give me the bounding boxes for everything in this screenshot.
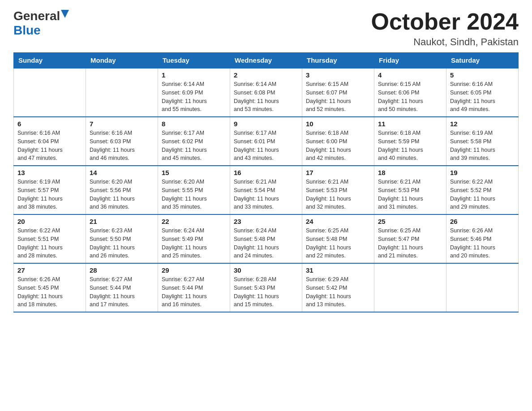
day-info: Sunrise: 6:28 AMSunset: 5:43 PMDaylight:… (234, 275, 298, 309)
weekday-header-saturday: Saturday (446, 53, 519, 68)
calendar-table: SundayMondayTuesdayWednesdayThursdayFrid… (13, 52, 519, 313)
day-info: Sunrise: 6:20 AMSunset: 5:56 PMDaylight:… (90, 178, 154, 211)
day-info: Sunrise: 6:18 AMSunset: 5:59 PMDaylight:… (378, 129, 442, 163)
title-section: October 2024 Naukot, Sindh, Pakistan (371, 9, 519, 48)
day-info: Sunrise: 6:16 AMSunset: 6:05 PMDaylight:… (450, 80, 515, 114)
day-info: Sunrise: 6:15 AMSunset: 6:07 PMDaylight:… (306, 80, 370, 114)
month-title: October 2024 (371, 9, 519, 34)
day-info: Sunrise: 6:22 AMSunset: 5:51 PMDaylight:… (17, 227, 82, 260)
page-header: General Blue October 2024 Naukot, Sindh,… (13, 9, 519, 48)
weekday-header-sunday: Sunday (14, 53, 86, 68)
calendar-cell: 5Sunrise: 6:16 AMSunset: 6:05 PMDaylight… (446, 68, 519, 117)
calendar-header-row: SundayMondayTuesdayWednesdayThursdayFrid… (14, 53, 519, 68)
day-number: 10 (306, 120, 370, 128)
calendar-cell: 27Sunrise: 6:26 AMSunset: 5:45 PMDayligh… (14, 263, 86, 312)
weekday-header-monday: Monday (86, 53, 158, 68)
day-number: 21 (90, 218, 154, 225)
calendar-cell: 20Sunrise: 6:22 AMSunset: 5:51 PMDayligh… (14, 214, 86, 263)
weekday-header-thursday: Thursday (302, 53, 374, 68)
day-number: 20 (17, 218, 82, 225)
day-number: 26 (450, 218, 515, 225)
day-info: Sunrise: 6:25 AMSunset: 5:48 PMDaylight:… (306, 227, 370, 260)
day-info: Sunrise: 6:29 AMSunset: 5:42 PMDaylight:… (306, 275, 370, 309)
day-info: Sunrise: 6:15 AMSunset: 6:06 PMDaylight:… (378, 80, 442, 114)
calendar-cell: 10Sunrise: 6:18 AMSunset: 6:00 PMDayligh… (302, 117, 374, 166)
calendar-cell: 14Sunrise: 6:20 AMSunset: 5:56 PMDayligh… (86, 166, 158, 214)
day-number: 18 (378, 169, 442, 176)
day-info: Sunrise: 6:27 AMSunset: 5:44 PMDaylight:… (90, 275, 154, 309)
calendar-week-row: 20Sunrise: 6:22 AMSunset: 5:51 PMDayligh… (14, 214, 519, 263)
day-number: 28 (90, 266, 154, 274)
logo-blue-text: Blue (13, 23, 41, 38)
day-info: Sunrise: 6:24 AMSunset: 5:49 PMDaylight:… (162, 227, 226, 260)
logo-arrow-icon (61, 10, 69, 21)
day-number: 6 (17, 120, 82, 128)
day-number: 7 (90, 120, 154, 128)
calendar-cell: 13Sunrise: 6:19 AMSunset: 5:57 PMDayligh… (14, 166, 86, 214)
calendar-cell: 8Sunrise: 6:17 AMSunset: 6:02 PMDaylight… (158, 117, 230, 166)
day-number: 23 (234, 218, 298, 225)
calendar-cell: 3Sunrise: 6:15 AMSunset: 6:07 PMDaylight… (302, 68, 374, 117)
day-info: Sunrise: 6:23 AMSunset: 5:50 PMDaylight:… (90, 227, 154, 260)
calendar-cell: 31Sunrise: 6:29 AMSunset: 5:42 PMDayligh… (302, 263, 374, 312)
calendar-cell: 26Sunrise: 6:26 AMSunset: 5:46 PMDayligh… (446, 214, 519, 263)
day-number: 15 (162, 169, 226, 176)
calendar-week-row: 6Sunrise: 6:16 AMSunset: 6:04 PMDaylight… (14, 117, 519, 166)
day-number: 9 (234, 120, 298, 128)
calendar-cell: 1Sunrise: 6:14 AMSunset: 6:09 PMDaylight… (158, 68, 230, 117)
day-number: 4 (378, 71, 442, 79)
logo-general-text: General (13, 9, 60, 23)
calendar-cell (446, 263, 519, 312)
calendar-cell (14, 68, 86, 117)
day-info: Sunrise: 6:20 AMSunset: 5:55 PMDaylight:… (162, 178, 226, 211)
day-number: 29 (162, 266, 226, 274)
calendar-cell: 12Sunrise: 6:19 AMSunset: 5:58 PMDayligh… (446, 117, 519, 166)
weekday-header-tuesday: Tuesday (158, 53, 230, 68)
calendar-cell: 2Sunrise: 6:14 AMSunset: 6:08 PMDaylight… (230, 68, 302, 117)
location-text: Naukot, Sindh, Pakistan (371, 36, 519, 48)
calendar-cell: 16Sunrise: 6:21 AMSunset: 5:54 PMDayligh… (230, 166, 302, 214)
day-number: 27 (17, 266, 82, 274)
day-info: Sunrise: 6:14 AMSunset: 6:08 PMDaylight:… (234, 80, 298, 114)
calendar-cell: 15Sunrise: 6:20 AMSunset: 5:55 PMDayligh… (158, 166, 230, 214)
day-info: Sunrise: 6:16 AMSunset: 6:04 PMDaylight:… (17, 129, 82, 163)
day-number: 14 (90, 169, 154, 176)
day-number: 11 (378, 120, 442, 128)
calendar-cell: 4Sunrise: 6:15 AMSunset: 6:06 PMDaylight… (374, 68, 446, 117)
day-info: Sunrise: 6:18 AMSunset: 6:00 PMDaylight:… (306, 129, 370, 163)
weekday-header-wednesday: Wednesday (230, 53, 302, 68)
calendar-cell: 29Sunrise: 6:27 AMSunset: 5:44 PMDayligh… (158, 263, 230, 312)
logo: General Blue (13, 9, 69, 38)
day-number: 3 (306, 71, 370, 79)
day-info: Sunrise: 6:27 AMSunset: 5:44 PMDaylight:… (162, 275, 226, 309)
calendar-week-row: 27Sunrise: 6:26 AMSunset: 5:45 PMDayligh… (14, 263, 519, 312)
day-info: Sunrise: 6:14 AMSunset: 6:09 PMDaylight:… (162, 80, 226, 114)
day-info: Sunrise: 6:21 AMSunset: 5:54 PMDaylight:… (234, 178, 298, 211)
day-info: Sunrise: 6:19 AMSunset: 5:58 PMDaylight:… (450, 129, 515, 163)
day-number: 31 (306, 266, 370, 274)
day-info: Sunrise: 6:19 AMSunset: 5:57 PMDaylight:… (17, 178, 82, 211)
day-number: 8 (162, 120, 226, 128)
calendar-cell: 18Sunrise: 6:21 AMSunset: 5:53 PMDayligh… (374, 166, 446, 214)
calendar-cell: 28Sunrise: 6:27 AMSunset: 5:44 PMDayligh… (86, 263, 158, 312)
day-number: 12 (450, 120, 515, 128)
calendar-cell: 25Sunrise: 6:25 AMSunset: 5:47 PMDayligh… (374, 214, 446, 263)
day-number: 19 (450, 169, 515, 176)
calendar-cell: 6Sunrise: 6:16 AMSunset: 6:04 PMDaylight… (14, 117, 86, 166)
calendar-cell (86, 68, 158, 117)
day-info: Sunrise: 6:21 AMSunset: 5:53 PMDaylight:… (378, 178, 442, 211)
calendar-cell: 11Sunrise: 6:18 AMSunset: 5:59 PMDayligh… (374, 117, 446, 166)
day-info: Sunrise: 6:17 AMSunset: 6:02 PMDaylight:… (162, 129, 226, 163)
calendar-cell: 30Sunrise: 6:28 AMSunset: 5:43 PMDayligh… (230, 263, 302, 312)
day-number: 25 (378, 218, 442, 225)
day-number: 17 (306, 169, 370, 176)
day-number: 16 (234, 169, 298, 176)
day-number: 24 (306, 218, 370, 225)
day-info: Sunrise: 6:25 AMSunset: 5:47 PMDaylight:… (378, 227, 442, 260)
calendar-week-row: 13Sunrise: 6:19 AMSunset: 5:57 PMDayligh… (14, 166, 519, 214)
svg-marker-0 (61, 10, 69, 18)
day-info: Sunrise: 6:24 AMSunset: 5:48 PMDaylight:… (234, 227, 298, 260)
calendar-cell: 9Sunrise: 6:17 AMSunset: 6:01 PMDaylight… (230, 117, 302, 166)
calendar-cell: 19Sunrise: 6:22 AMSunset: 5:52 PMDayligh… (446, 166, 519, 214)
day-info: Sunrise: 6:17 AMSunset: 6:01 PMDaylight:… (234, 129, 298, 163)
